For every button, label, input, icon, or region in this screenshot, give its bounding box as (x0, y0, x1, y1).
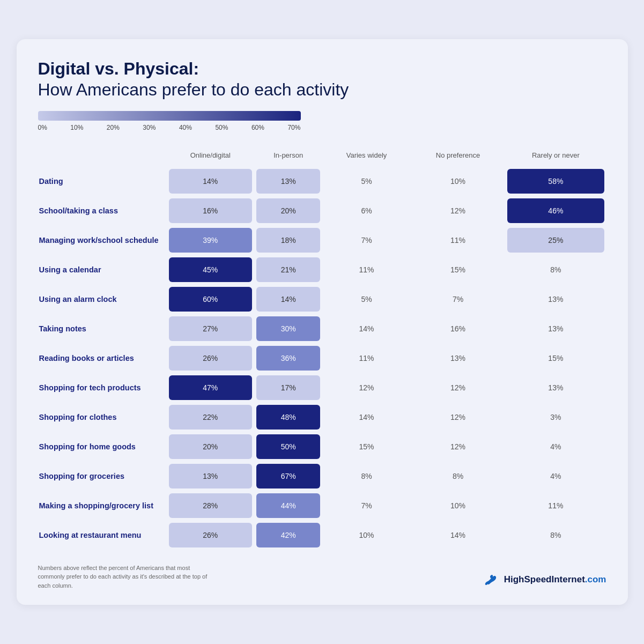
data-cell: 7% (322, 226, 410, 254)
cell-value: 14% (256, 287, 320, 312)
cell-value: 46% (507, 198, 604, 223)
data-cell: 16% (411, 315, 506, 343)
data-cell: 8% (505, 256, 606, 284)
table-row: Using a calendar45%21%11%15%8% (38, 256, 606, 284)
cell-value: 7% (324, 493, 408, 518)
table-row: Managing work/school schedule39%18%7%11%… (38, 226, 606, 254)
logo-bird-icon (480, 569, 501, 590)
data-cell: 12% (411, 403, 506, 431)
cell-value: 6% (324, 198, 408, 223)
data-cell: 18% (254, 226, 322, 254)
data-cell: 44% (254, 492, 322, 520)
row-label: Taking notes (38, 315, 167, 343)
cell-value: 20% (256, 198, 320, 223)
title-normal: How Americans prefer to do each activity (38, 79, 606, 101)
cell-value: 25% (507, 228, 604, 253)
cell-value: 4% (507, 464, 604, 488)
cell-value: 18% (256, 228, 320, 253)
data-cell: 47% (167, 374, 255, 402)
data-cell: 26% (167, 521, 255, 549)
scale-label: 0% (38, 124, 47, 131)
row-label: Making a shopping/grocery list (38, 492, 167, 520)
data-cell: 28% (167, 492, 255, 520)
cell-value: 67% (256, 464, 320, 488)
data-cell: 26% (167, 344, 255, 372)
data-cell: 14% (322, 315, 410, 343)
data-cell: 16% (167, 197, 255, 225)
data-cell: 12% (411, 374, 506, 402)
cell-value: 13% (507, 316, 604, 341)
table-header-row: Online/digitalIn-personVaries widelyNo p… (38, 148, 606, 166)
header-col: Online/digital (167, 148, 255, 166)
scale-label: 40% (179, 124, 192, 131)
data-cell: 17% (254, 374, 322, 402)
data-cell: 13% (411, 344, 506, 372)
data-cell: 10% (322, 521, 410, 549)
data-cell: 39% (167, 226, 255, 254)
table-wrap: Online/digitalIn-personVaries widelyNo p… (38, 146, 606, 551)
cell-value: 30% (256, 316, 320, 341)
data-cell: 6% (322, 197, 410, 225)
data-cell: 11% (322, 344, 410, 372)
data-cell: 42% (254, 521, 322, 549)
table-row: Dating14%13%5%10%58% (38, 167, 606, 195)
main-card: Digital vs. Physical: How Americans pref… (17, 39, 628, 605)
header-col: No preference (411, 148, 506, 166)
row-label: School/taking a class (38, 197, 167, 225)
cell-value: 15% (324, 434, 408, 459)
cell-value: 10% (413, 169, 504, 194)
data-cell: 60% (167, 285, 255, 313)
row-label: Using a calendar (38, 256, 167, 284)
data-cell: 20% (254, 197, 322, 225)
data-cell: 13% (505, 315, 606, 343)
cell-value: 13% (413, 346, 504, 371)
row-label: Managing work/school schedule (38, 226, 167, 254)
data-cell: 15% (505, 344, 606, 372)
data-cell: 20% (167, 433, 255, 461)
header-col: Rarely or never (505, 148, 606, 166)
cell-value: 4% (507, 434, 604, 459)
data-cell: 15% (322, 433, 410, 461)
row-label: Shopping for home goods (38, 433, 167, 461)
cell-value: 7% (324, 228, 408, 253)
cell-value: 50% (256, 434, 320, 459)
data-cell: 5% (322, 285, 410, 313)
cell-value: 14% (169, 169, 253, 194)
logo-text: HighSpeedInternet.com (504, 574, 606, 585)
data-cell: 7% (322, 492, 410, 520)
data-cell: 14% (167, 167, 255, 195)
cell-value: 11% (324, 346, 408, 371)
cell-value: 8% (324, 464, 408, 488)
data-cell: 11% (505, 492, 606, 520)
cell-value: 16% (169, 198, 253, 223)
cell-value: 11% (413, 228, 504, 253)
data-cell: 12% (322, 374, 410, 402)
cell-value: 3% (507, 405, 604, 430)
data-cell: 12% (411, 197, 506, 225)
row-label: Dating (38, 167, 167, 195)
table-row: Taking notes27%30%14%16%13% (38, 315, 606, 343)
data-cell: 27% (167, 315, 255, 343)
footer: Numbers above reflect the percent of Ame… (38, 564, 606, 590)
data-cell: 11% (411, 226, 506, 254)
data-cell: 50% (254, 433, 322, 461)
cell-value: 15% (413, 257, 504, 282)
data-cell: 58% (505, 167, 606, 195)
logo-main-text: HighSpeedInternet (504, 574, 585, 584)
cell-value: 8% (507, 257, 604, 282)
cell-value: 14% (324, 316, 408, 341)
header-col: Varies widely (322, 148, 410, 166)
data-cell: 15% (411, 256, 506, 284)
data-cell: 4% (505, 462, 606, 490)
data-cell: 14% (322, 403, 410, 431)
cell-value: 39% (169, 228, 253, 253)
cell-value: 47% (169, 375, 253, 400)
title-bold: Digital vs. Physical: (38, 58, 606, 79)
data-cell: 5% (322, 167, 410, 195)
cell-value: 8% (507, 523, 604, 547)
cell-value: 14% (324, 405, 408, 430)
scale-label: 70% (287, 124, 300, 131)
data-cell: 7% (411, 285, 506, 313)
scale-label: 60% (251, 124, 264, 131)
scale-label: 10% (70, 124, 83, 131)
